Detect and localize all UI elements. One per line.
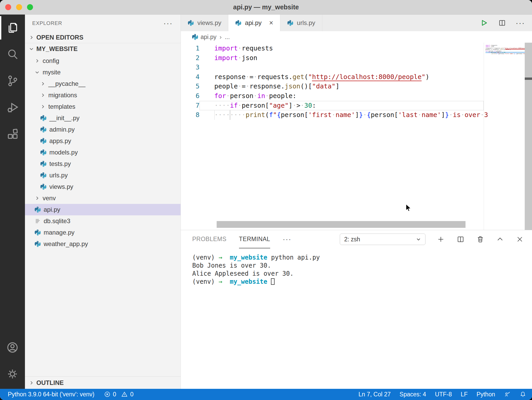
- explorer-more-actions-icon[interactable]: ···: [163, 22, 173, 24]
- notifications-bell-icon[interactable]: [520, 391, 526, 398]
- tree-item-templates[interactable]: templates: [25, 101, 181, 112]
- line-number[interactable]: 8: [181, 110, 200, 120]
- line-number[interactable]: 1: [181, 44, 200, 53]
- explorer-sidebar: EXPLORER ··· OPEN EDITORS MY_WEBSITE con…: [25, 15, 181, 389]
- line-number[interactable]: 2: [181, 53, 200, 63]
- close-window-button[interactable]: [5, 4, 11, 10]
- terminal-output[interactable]: (venv) → my_website python api.pyBob Jon…: [181, 248, 532, 389]
- source-control-icon[interactable]: [0, 68, 25, 94]
- run-file-button[interactable]: [480, 18, 488, 27]
- python-file-icon: [40, 160, 47, 167]
- breadcrumb-file[interactable]: api.py: [201, 34, 216, 41]
- line-number[interactable]: 6: [181, 91, 200, 101]
- terminal-line: Bob Jones is over 30.: [192, 262, 532, 270]
- close-tab-icon[interactable]: ×: [269, 20, 273, 27]
- breadcrumb-tail[interactable]: ...: [225, 34, 230, 41]
- tree-item-venv[interactable]: venv: [25, 192, 181, 204]
- encoding-status[interactable]: UTF-8: [435, 391, 452, 398]
- tree-item-weather_app.py[interactable]: weather_app.py: [25, 238, 181, 250]
- tree-item-tests.py[interactable]: tests.py: [25, 158, 181, 170]
- minimize-window-button[interactable]: [16, 4, 22, 10]
- cursor-position-status[interactable]: Ln 7, Col 27: [358, 391, 391, 398]
- indentation-status[interactable]: Spaces: 4: [400, 391, 426, 398]
- panel-tab-terminal[interactable]: TERMINAL: [239, 230, 270, 248]
- code-line-1[interactable]: 1import·requests: [181, 44, 484, 53]
- panel-tab-problems[interactable]: PROBLEMS: [192, 230, 227, 248]
- python-interpreter-status[interactable]: Python 3.9.0 64-bit ('venv': venv): [8, 391, 95, 398]
- minimap[interactable]: import·requestsimport·jsonresponse·=·req…: [484, 43, 525, 230]
- line-number[interactable]: 4: [181, 72, 200, 82]
- breadcrumb[interactable]: api.py ...: [181, 31, 532, 43]
- chevron-right-icon: [218, 34, 223, 41]
- workspace-root-section[interactable]: MY_WEBSITE: [25, 43, 181, 55]
- window-title: api.py — my_website: [233, 3, 299, 11]
- explorer-icon[interactable]: [0, 15, 25, 41]
- line-number[interactable]: 3: [181, 63, 200, 72]
- panel-more-actions-icon[interactable]: ···: [283, 235, 291, 243]
- new-terminal-icon[interactable]: [436, 235, 445, 244]
- python-file-icon: [188, 20, 194, 26]
- python-file-icon: [34, 241, 41, 247]
- zoom-window-button[interactable]: [27, 4, 33, 10]
- tree-item-config[interactable]: config: [25, 55, 181, 67]
- code-editor[interactable]: 1import·requests2import·json34response·=…: [181, 43, 532, 230]
- vertical-scrollbar[interactable]: [525, 43, 532, 230]
- editor-more-actions-icon[interactable]: ···: [516, 18, 525, 27]
- line-number[interactable]: 7: [181, 101, 200, 111]
- settings-gear-icon[interactable]: [0, 361, 25, 387]
- editor-tab-api.py[interactable]: api.py×: [228, 15, 280, 31]
- search-icon[interactable]: [0, 41, 25, 68]
- outline-section[interactable]: OUTLINE: [25, 376, 181, 389]
- split-editor-icon[interactable]: [498, 18, 507, 27]
- code-line-8[interactable]: 8········print(f"{person['first·name']}·…: [181, 110, 484, 120]
- eol-status[interactable]: LF: [461, 391, 468, 398]
- tree-item-db.sqlite3[interactable]: db.sqlite3: [25, 215, 181, 227]
- tree-item-label: tests.py: [49, 160, 71, 167]
- status-bar: Python 3.9.0 64-bit ('venv': venv) 0 0 L…: [0, 389, 532, 400]
- language-mode-status[interactable]: Python: [476, 391, 495, 398]
- split-terminal-icon[interactable]: [456, 235, 465, 244]
- code-line-4[interactable]: 4response·=·requests.get("http://localho…: [181, 72, 484, 82]
- tree-item-urls.py[interactable]: urls.py: [25, 170, 181, 181]
- run-debug-icon[interactable]: [0, 94, 25, 121]
- code-line-3[interactable]: 3: [181, 63, 484, 72]
- account-icon[interactable]: [0, 334, 25, 361]
- title-bar: api.py — my_website: [0, 0, 532, 15]
- editor-tab-urls.py[interactable]: urls.py: [280, 15, 322, 31]
- terminal-cursor: [271, 278, 275, 285]
- horizontal-scrollbar[interactable]: [217, 221, 466, 228]
- close-panel-icon[interactable]: [515, 235, 524, 244]
- tree-item-mysite[interactable]: mysite: [25, 67, 181, 78]
- code-line-7[interactable]: 7····if·person["age"]·>·30:: [181, 101, 484, 111]
- problems-status[interactable]: 0 0: [104, 391, 134, 398]
- chevron-right-icon: [34, 58, 40, 64]
- tree-item-views.py[interactable]: views.py: [25, 181, 181, 192]
- terminal-shell-select[interactable]: 2: zsh: [340, 234, 425, 245]
- open-editors-section[interactable]: OPEN EDITORS: [25, 32, 181, 43]
- chevron-right-icon: [40, 104, 46, 109]
- tree-item-admin.py[interactable]: admin.py: [25, 124, 181, 135]
- tree-item-__init__.py[interactable]: __init__.py: [25, 112, 181, 124]
- code-line-5[interactable]: 5people·=·response.json()["data"]: [181, 82, 484, 91]
- python-file-icon: [192, 34, 198, 40]
- extensions-icon[interactable]: [0, 121, 25, 147]
- tree-item-apps.py[interactable]: apps.py: [25, 135, 181, 147]
- code-line-6[interactable]: 6for·person·in·people:: [181, 91, 484, 101]
- code-line-2[interactable]: 2import·json: [181, 53, 484, 63]
- kill-terminal-trash-icon[interactable]: [476, 235, 485, 244]
- maximize-panel-icon[interactable]: [496, 235, 504, 244]
- tree-item-migrations[interactable]: migrations: [25, 89, 181, 101]
- python-file-icon: [40, 172, 47, 179]
- tree-item-__pycache__[interactable]: __pycache__: [25, 78, 181, 89]
- tree-item-label: apps.py: [49, 137, 71, 145]
- terminal-line: Alice Appleseed is over 30.: [192, 270, 532, 278]
- line-number[interactable]: 5: [181, 82, 200, 91]
- editor-tab-views.py[interactable]: views.py: [181, 15, 228, 31]
- tree-item-api.py[interactable]: api.py: [25, 204, 181, 215]
- tree-item-models.py[interactable]: models.py: [25, 147, 181, 158]
- chevron-right-icon: [34, 195, 40, 201]
- terminal-line: (venv) → my_website: [192, 278, 532, 286]
- chevron-down-icon: [416, 237, 421, 242]
- feedback-icon[interactable]: [504, 391, 511, 398]
- tree-item-manage.py[interactable]: manage.py: [25, 227, 181, 238]
